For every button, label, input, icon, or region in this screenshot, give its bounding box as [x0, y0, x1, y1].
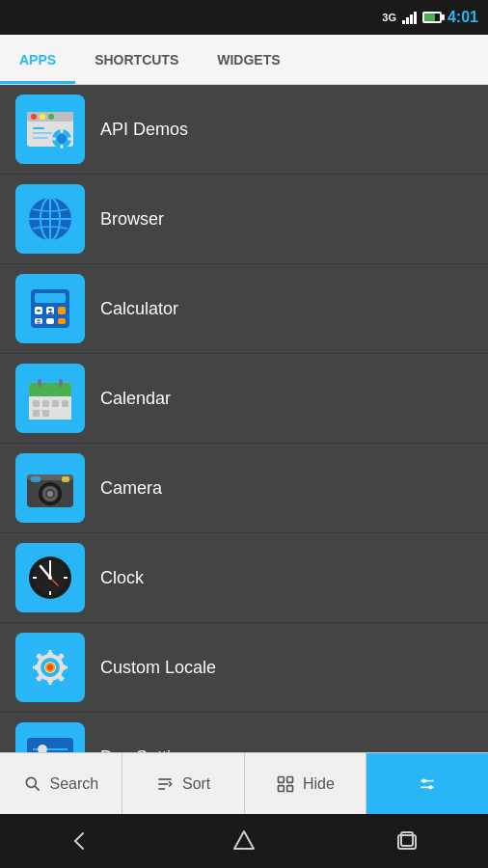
- svg-point-63: [48, 576, 52, 580]
- svg-rect-29: [37, 322, 41, 324]
- svg-text:+: +: [48, 309, 53, 318]
- svg-rect-19: [35, 293, 66, 303]
- svg-rect-13: [68, 138, 71, 141]
- battery-icon: [422, 12, 442, 23]
- app-icon-api-demos: [15, 95, 85, 164]
- tab-apps[interactable]: APPS: [0, 35, 75, 84]
- app-name: Browser: [100, 209, 164, 230]
- app-name: Clock: [100, 568, 144, 588]
- svg-point-50: [47, 491, 53, 497]
- search-label: Search: [50, 775, 99, 793]
- app-icon-clock: [15, 543, 85, 612]
- app-name: API Demos: [100, 120, 188, 140]
- list-item[interactable]: Browser: [0, 175, 488, 264]
- svg-rect-43: [59, 379, 63, 387]
- recents-button[interactable]: [393, 827, 420, 854]
- svg-rect-36: [33, 400, 40, 407]
- bottom-toolbar: Search Sort Hide: [0, 752, 488, 814]
- list-item[interactable]: Custom Locale: [0, 623, 488, 713]
- app-name: Custom Locale: [100, 658, 216, 678]
- svg-point-9: [57, 134, 67, 144]
- svg-marker-98: [234, 831, 254, 849]
- list-item[interactable]: + Calculator: [0, 264, 488, 354]
- svg-rect-40: [33, 410, 40, 417]
- list-item[interactable]: Dev Settings: [0, 713, 488, 752]
- app-icon-calendar: [15, 364, 85, 433]
- svg-line-86: [35, 786, 40, 791]
- list-item[interactable]: Camera: [0, 444, 488, 533]
- svg-rect-69: [47, 678, 53, 683]
- svg-rect-25: [58, 318, 66, 324]
- svg-point-77: [47, 665, 53, 670]
- svg-rect-68: [47, 652, 53, 657]
- svg-rect-90: [278, 776, 284, 782]
- svg-rect-11: [61, 145, 64, 149]
- app-name: Camera: [100, 478, 162, 499]
- list-item[interactable]: Calendar: [0, 354, 488, 444]
- search-icon: [23, 774, 42, 794]
- svg-point-3: [40, 114, 45, 120]
- svg-rect-7: [33, 137, 48, 139]
- status-time: 4:01: [447, 9, 478, 26]
- app-name: Calendar: [100, 389, 171, 409]
- svg-point-97: [428, 785, 432, 789]
- active-view-button[interactable]: [366, 753, 488, 814]
- search-button[interactable]: Search: [0, 753, 122, 814]
- app-icon-custom-locale: [15, 633, 85, 702]
- sort-button[interactable]: Sort: [122, 753, 245, 814]
- signal-icon: [402, 11, 417, 24]
- nav-bar: [0, 814, 488, 868]
- svg-rect-30: [37, 320, 41, 322]
- svg-rect-39: [62, 400, 68, 407]
- svg-point-85: [26, 777, 36, 787]
- svg-point-2: [31, 114, 37, 120]
- svg-rect-71: [61, 665, 66, 670]
- svg-rect-91: [287, 776, 293, 782]
- svg-rect-34: [29, 389, 71, 396]
- hide-label: Hide: [303, 775, 335, 793]
- svg-point-95: [422, 778, 426, 782]
- svg-rect-92: [278, 785, 284, 791]
- tab-shortcuts[interactable]: SHORTCUTS: [75, 35, 198, 84]
- svg-rect-70: [35, 665, 40, 670]
- list-item[interactable]: API Demos: [0, 85, 488, 175]
- svg-rect-52: [62, 476, 69, 482]
- back-button[interactable]: [68, 827, 95, 854]
- list-item[interactable]: Clock: [0, 533, 488, 623]
- app-name: Dev Settings: [100, 747, 199, 753]
- svg-rect-37: [42, 400, 49, 407]
- app-name: Calculator: [100, 299, 178, 319]
- svg-rect-10: [61, 129, 64, 133]
- svg-rect-26: [37, 310, 41, 312]
- svg-rect-41: [42, 410, 49, 417]
- app-icon-browser: [15, 184, 85, 254]
- grid-settings-icon: [418, 774, 437, 794]
- app-list: API Demos Browser: [0, 85, 488, 752]
- app-icon-calculator: +: [15, 274, 85, 343]
- app-icon-dev-settings: [15, 722, 85, 752]
- app-icon-camera: [15, 453, 85, 523]
- network-indicator: 3G: [382, 12, 396, 23]
- svg-rect-22: [58, 307, 66, 314]
- hide-button[interactable]: Hide: [245, 753, 367, 814]
- svg-point-4: [48, 114, 54, 120]
- svg-rect-51: [31, 476, 41, 482]
- hide-icon: [276, 774, 295, 794]
- tab-bar: APPS SHORTCUTS WIDGETS: [0, 35, 488, 85]
- sort-icon: [155, 774, 175, 794]
- svg-rect-5: [33, 127, 44, 129]
- svg-rect-24: [46, 318, 54, 324]
- svg-rect-42: [38, 379, 41, 387]
- sort-label: Sort: [182, 775, 210, 793]
- svg-rect-38: [52, 400, 59, 407]
- svg-rect-6: [33, 132, 52, 134]
- home-button[interactable]: [230, 827, 258, 854]
- status-bar: 3G 4:01: [0, 0, 488, 35]
- svg-rect-93: [287, 785, 293, 791]
- tab-widgets[interactable]: WIDGETS: [198, 35, 299, 84]
- svg-rect-12: [52, 138, 56, 141]
